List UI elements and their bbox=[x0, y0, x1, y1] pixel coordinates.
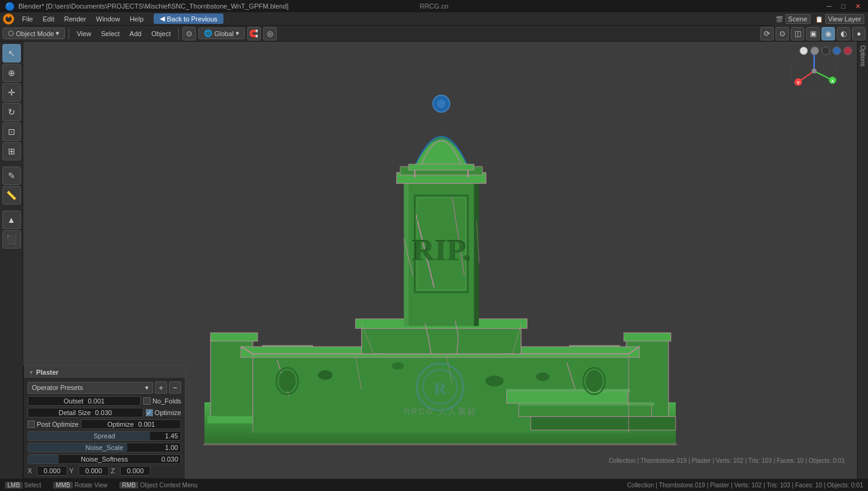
svg-point-27 bbox=[392, 362, 404, 370]
close-btn[interactable]: ✕ bbox=[853, 2, 863, 10]
viewport-view-menu[interactable]: View bbox=[73, 26, 95, 41]
properties-panel: ▼ Plaster Operator Presets ▾ + − Outset … bbox=[23, 365, 185, 479]
rendered-btn[interactable]: ● bbox=[852, 27, 866, 40]
preset-remove-btn[interactable]: − bbox=[169, 381, 181, 394]
optimize-checkbox[interactable]: ✓ Optimize bbox=[146, 409, 181, 416]
preset-add-btn[interactable]: + bbox=[155, 381, 167, 394]
post-optimize-check-box bbox=[28, 421, 35, 428]
svg-text:X: X bbox=[831, 79, 834, 83]
collection-path: Collection | Thornbstone.019 | Plaster |… bbox=[608, 457, 845, 464]
color-dot-5[interactable] bbox=[844, 47, 852, 55]
svg-point-25 bbox=[318, 370, 333, 380]
window-title: Blender* [D:\sers\Documents\PROJECTS\Mis… bbox=[18, 2, 288, 10]
svg-rect-40 bbox=[474, 179, 479, 326]
proportional-edit-btn[interactable]: ◎ bbox=[263, 27, 277, 40]
viewport-select-menu[interactable]: Select bbox=[97, 26, 124, 41]
transform-tool-btn[interactable]: ⊞ bbox=[2, 142, 21, 160]
status-context-menu: RMB Object Context Menu bbox=[119, 482, 197, 489]
noise-softness-field[interactable]: Noise_Softness 0.030 bbox=[28, 454, 181, 464]
mode-selector[interactable]: ⬡ Object Mode ▾ bbox=[2, 28, 65, 39]
measure-tool-btn[interactable]: 📏 bbox=[2, 186, 21, 204]
panel-header[interactable]: ▼ Plaster bbox=[24, 366, 185, 379]
status-select: LMB Select bbox=[5, 482, 41, 489]
title-right: ─ □ ✕ bbox=[825, 2, 863, 10]
solid-btn[interactable]: ◉ bbox=[821, 27, 835, 40]
view-layer-label[interactable]: View Layer bbox=[825, 14, 864, 24]
color-dot-1[interactable] bbox=[799, 47, 808, 55]
select-key: LMB bbox=[5, 482, 23, 489]
separator-2 bbox=[178, 28, 179, 39]
svg-text:R: R bbox=[434, 379, 447, 398]
svg-point-56 bbox=[586, 370, 603, 392]
panel-title: Plaster bbox=[36, 369, 59, 376]
operator-presets-row: Operator Presets ▾ + − bbox=[28, 381, 181, 394]
global-icon: 🌐 bbox=[204, 29, 212, 37]
svg-text:Y: Y bbox=[797, 81, 800, 85]
outset-field[interactable]: Outset 0.001 bbox=[28, 396, 141, 406]
separator-1 bbox=[69, 28, 69, 39]
panel-body: Operator Presets ▾ + − Outset 0.001 No_F… bbox=[24, 379, 185, 478]
viewport[interactable]: RRCG RRCG.cn RRCG bbox=[23, 42, 857, 479]
status-rotate: MMB Rotate View bbox=[53, 482, 107, 489]
svg-rect-31 bbox=[531, 417, 676, 430]
no-folds-check-box bbox=[143, 397, 151, 405]
menu-edit[interactable]: Edit bbox=[38, 12, 59, 25]
viewport-add-menu[interactable]: Add bbox=[126, 26, 146, 41]
no-folds-checkbox[interactable]: No_Folds bbox=[143, 397, 181, 405]
color-dot-4[interactable] bbox=[832, 47, 841, 55]
viewport-object-menu[interactable]: Object bbox=[148, 26, 174, 41]
maximize-btn[interactable]: □ bbox=[839, 2, 848, 10]
color-dot-2[interactable] bbox=[810, 47, 819, 55]
title-bar: 🔵 Blender* [D:\sers\Documents\PROJECTS\M… bbox=[0, 0, 868, 12]
noise-scale-field[interactable]: Noise_Scale 1.00 bbox=[28, 443, 181, 452]
rotate-tool-btn[interactable]: ↻ bbox=[2, 103, 21, 121]
back-to-previous-button[interactable]: ◀ Back to Previous bbox=[154, 13, 224, 24]
material-preview-btn[interactable]: ◐ bbox=[837, 27, 850, 40]
x-field[interactable] bbox=[37, 466, 67, 476]
menu-render[interactable]: Render bbox=[59, 12, 91, 25]
extrude-btn[interactable]: ⬛ bbox=[2, 230, 21, 249]
app-icon: 🔵 bbox=[5, 2, 15, 11]
move-tool-btn[interactable]: ✛ bbox=[2, 83, 21, 102]
noise-scale-row: Noise_Scale 1.00 bbox=[28, 443, 181, 452]
pivot-point-btn[interactable]: ⊙ bbox=[182, 27, 196, 40]
post-optimize-checkbox[interactable]: Post Optimize bbox=[28, 421, 78, 428]
scene-label[interactable]: Scene bbox=[785, 14, 810, 24]
minimize-btn[interactable]: ─ bbox=[825, 2, 834, 10]
rotate-key: MMB bbox=[53, 482, 72, 489]
status-bar: LMB Select MMB Rotate View RMB Object Co… bbox=[0, 479, 868, 491]
add-cube-btn[interactable]: ▲ bbox=[2, 211, 21, 229]
xray-btn[interactable]: ◫ bbox=[791, 27, 804, 40]
spread-field[interactable]: Spread 1.45 bbox=[28, 431, 181, 441]
blender-logo bbox=[0, 12, 17, 26]
svg-rect-32 bbox=[507, 389, 630, 392]
scale-tool-btn[interactable]: ⊡ bbox=[2, 122, 21, 141]
noise-softness-row: Noise_Softness 0.030 bbox=[28, 454, 181, 464]
menu-help[interactable]: Help bbox=[125, 12, 149, 25]
detail-size-row: Detail Size 0.030 ✓ Optimize bbox=[28, 408, 181, 418]
select-tool-btn[interactable]: ↖ bbox=[2, 44, 21, 62]
annotate-tool-btn[interactable]: ✎ bbox=[2, 167, 21, 185]
color-dot-3[interactable] bbox=[821, 47, 830, 55]
view-layer-icon: 📋 bbox=[815, 16, 823, 23]
svg-rect-8 bbox=[211, 332, 258, 341]
transform-orientation[interactable]: 🌐 Global ▾ bbox=[198, 28, 245, 39]
operator-presets-dropdown[interactable]: Operator Presets ▾ bbox=[28, 382, 153, 394]
dropdown-arrow: ▾ bbox=[145, 384, 149, 392]
optimize2-field[interactable]: Optimize 0.001 bbox=[81, 419, 181, 429]
right-sidebar: Options bbox=[857, 42, 868, 479]
optimize-check-box: ✓ bbox=[146, 409, 153, 416]
z-field[interactable] bbox=[120, 466, 151, 476]
y-field[interactable] bbox=[78, 466, 109, 476]
snap-btn[interactable]: 🧲 bbox=[247, 27, 261, 40]
menu-window[interactable]: Window bbox=[91, 12, 125, 25]
cursor-tool-btn[interactable]: ⊕ bbox=[2, 64, 21, 82]
detail-size-field[interactable]: Detail Size 0.030 bbox=[28, 408, 143, 418]
gizmo-toggle-btn[interactable]: ⟳ bbox=[760, 27, 774, 40]
top-toolbar: ⬡ Object Mode ▾ View Select Add Object ⊙… bbox=[0, 26, 868, 42]
svg-text:RIP.: RIP. bbox=[413, 233, 470, 267]
wireframe-btn[interactable]: ▣ bbox=[806, 27, 820, 40]
menu-bar: File Edit Render Window Help ◀ Back to P… bbox=[0, 12, 868, 26]
menu-file[interactable]: File bbox=[17, 12, 38, 25]
overlays-btn[interactable]: ⊙ bbox=[776, 27, 789, 40]
